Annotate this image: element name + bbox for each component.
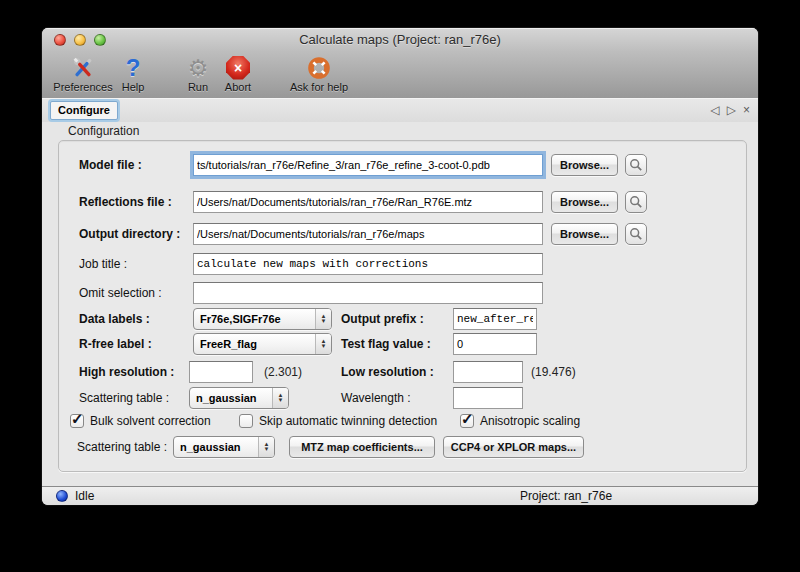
popup-arrows-icon: ▲▼ bbox=[272, 388, 288, 408]
run-label: Run bbox=[188, 81, 208, 94]
scattering-table-2-value: n_gaussian bbox=[180, 441, 241, 453]
preferences-label: Preferences bbox=[53, 81, 112, 94]
scattering-table-2-popup[interactable]: n_gaussian ▲▼ bbox=[173, 436, 275, 458]
ask-for-help-label: Ask for help bbox=[290, 81, 348, 94]
project-text: Project: ran_r76e bbox=[520, 487, 612, 505]
minimize-window-button[interactable] bbox=[74, 34, 86, 46]
high-resolution-input[interactable] bbox=[189, 361, 253, 383]
wavelength-label: Wavelength : bbox=[341, 387, 411, 409]
scattering-table-label: Scattering table : bbox=[79, 387, 169, 409]
job-title-input[interactable] bbox=[193, 253, 543, 275]
rfree-label-label: R-free label : bbox=[79, 333, 152, 355]
model-file-browse-button[interactable]: Browse... bbox=[551, 154, 618, 176]
ask-for-help-button[interactable]: Ask for help bbox=[274, 54, 364, 96]
data-labels-label: Data labels : bbox=[79, 308, 150, 330]
status-text: Idle bbox=[75, 487, 94, 505]
reflections-file-input[interactable] bbox=[193, 191, 543, 213]
configuration-groupbox: Model file : Browse... Reflections file … bbox=[58, 140, 747, 472]
mtz-map-coefficients-button[interactable]: MTZ map coefficients... bbox=[289, 436, 435, 458]
ccp4-xplor-maps-button[interactable]: CCP4 or XPLOR maps... bbox=[443, 436, 584, 458]
wavelength-input[interactable] bbox=[453, 387, 523, 409]
low-resolution-hint: (19.476) bbox=[531, 361, 576, 383]
search-icon bbox=[629, 227, 643, 241]
status-bar: Idle Project: ran_r76e bbox=[42, 486, 758, 505]
window-controls bbox=[54, 34, 106, 46]
skip-twinning-detection-checkbox[interactable] bbox=[239, 414, 253, 428]
lifebuoy-icon bbox=[306, 54, 332, 81]
bulk-solvent-correction-label: Bulk solvent correction bbox=[90, 414, 211, 429]
abort-button[interactable]: × Abort bbox=[214, 54, 262, 96]
help-button[interactable]: ? Help bbox=[113, 54, 153, 96]
tab-forward-icon[interactable]: ▷ bbox=[727, 102, 736, 118]
content-area: Configuration Model file : Browse... Ref… bbox=[42, 122, 758, 487]
omit-selection-input[interactable] bbox=[193, 282, 543, 304]
tab-back-icon[interactable]: ◁ bbox=[711, 102, 720, 118]
low-resolution-input[interactable] bbox=[453, 361, 523, 383]
reflections-file-search-button[interactable] bbox=[625, 191, 647, 213]
anisotropic-scaling-checkbox[interactable] bbox=[460, 414, 474, 428]
status-indicator-icon bbox=[56, 490, 68, 502]
popup-arrows-icon: ▲▼ bbox=[258, 437, 274, 457]
tab-navigation: ◁ ▷ × bbox=[711, 102, 750, 118]
popup-arrows-icon: ▲▼ bbox=[315, 334, 331, 354]
title-bar[interactable]: Calculate maps (Project: ran_r76e) bbox=[42, 28, 758, 52]
popup-arrows-icon: ▲▼ bbox=[315, 309, 331, 329]
search-icon bbox=[629, 158, 643, 172]
tools-icon bbox=[70, 54, 96, 81]
model-file-label: Model file : bbox=[79, 154, 142, 176]
data-labels-value: Fr76e,SIGFr76e bbox=[200, 313, 281, 325]
group-title: Configuration bbox=[68, 124, 139, 138]
toolbar: Preferences ? Help ⚙ Run × Abort bbox=[42, 52, 758, 98]
abort-label: Abort bbox=[225, 81, 251, 94]
anisotropic-scaling-label: Anisotropic scaling bbox=[480, 414, 580, 429]
scattering-table-value: n_gaussian bbox=[196, 392, 257, 404]
window-title: Calculate maps (Project: ran_r76e) bbox=[42, 28, 758, 52]
scattering-table-2-label: Scattering table : bbox=[77, 436, 167, 458]
rfree-label-popup[interactable]: FreeR_flag ▲▼ bbox=[193, 333, 332, 355]
app-window: Calculate maps (Project: ran_r76e) bbox=[42, 28, 758, 505]
tab-close-icon[interactable]: × bbox=[743, 102, 750, 118]
job-title-label: Job title : bbox=[79, 253, 127, 275]
output-directory-label: Output directory : bbox=[79, 223, 180, 245]
data-labels-popup[interactable]: Fr76e,SIGFr76e ▲▼ bbox=[193, 308, 332, 330]
search-icon bbox=[629, 195, 643, 209]
reflections-file-label: Reflections file : bbox=[79, 191, 172, 213]
scattering-table-popup[interactable]: n_gaussian ▲▼ bbox=[189, 387, 289, 409]
output-prefix-input[interactable] bbox=[453, 308, 537, 330]
preferences-button[interactable]: Preferences bbox=[47, 54, 119, 96]
gear-icon: ⚙ bbox=[188, 54, 209, 81]
output-directory-browse-button[interactable]: Browse... bbox=[551, 223, 618, 245]
low-resolution-label: Low resolution : bbox=[341, 361, 434, 383]
reflections-file-browse-button[interactable]: Browse... bbox=[551, 191, 618, 213]
window-header: Calculate maps (Project: ran_r76e) bbox=[42, 28, 758, 99]
omit-selection-label: Omit selection : bbox=[79, 282, 162, 304]
question-icon: ? bbox=[126, 54, 141, 81]
output-prefix-label: Output prefix : bbox=[341, 308, 424, 330]
zoom-window-button[interactable] bbox=[94, 34, 106, 46]
output-directory-search-button[interactable] bbox=[625, 223, 647, 245]
model-file-search-button[interactable] bbox=[625, 154, 647, 176]
rfree-label-value: FreeR_flag bbox=[200, 338, 257, 350]
tab-bar: Configure ◁ ▷ × bbox=[42, 98, 758, 123]
test-flag-value-label: Test flag value : bbox=[341, 333, 431, 355]
help-label: Help bbox=[122, 81, 145, 94]
close-window-button[interactable] bbox=[54, 34, 66, 46]
skip-twinning-detection-label: Skip automatic twinning detection bbox=[259, 414, 437, 429]
model-file-input[interactable] bbox=[193, 154, 543, 176]
output-directory-input[interactable] bbox=[193, 223, 543, 245]
high-resolution-label: High resolution : bbox=[79, 361, 174, 383]
test-flag-value-input[interactable] bbox=[453, 333, 537, 355]
bulk-solvent-correction-checkbox[interactable] bbox=[70, 414, 84, 428]
abort-icon: × bbox=[226, 54, 250, 81]
tab-configure[interactable]: Configure bbox=[50, 101, 118, 120]
high-resolution-hint: (2.301) bbox=[264, 361, 302, 383]
